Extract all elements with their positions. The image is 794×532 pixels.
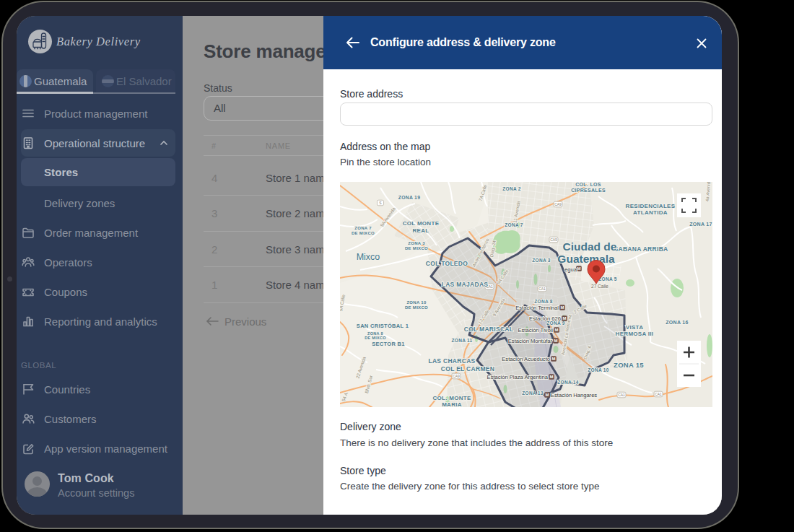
svg-text:Estación 626: Estación 626 [529,315,561,322]
svg-text:ZONA 19: ZONA 19 [398,195,421,200]
svg-text:ZONA 8: ZONA 8 [534,299,552,304]
svg-text:M: M [546,393,549,397]
svg-text:RESIDENCIALES: RESIDENCIALES [626,203,676,209]
svg-text:ZONA 16: ZONA 16 [666,320,688,325]
svg-text:Estación Montúfar: Estación Montúfar [508,338,553,344]
svg-text:SECTOR B1: SECTOR B1 [372,341,405,347]
svg-text:ZONA 10: ZONA 10 [588,367,608,372]
svg-text:ZONA 2: ZONA 2 [502,186,520,191]
svg-text:27 Calle: 27 Calle [591,284,608,289]
svg-text:COL MONTE: COL MONTE [403,220,440,227]
svg-text:VISTA: VISTA [626,324,643,331]
svg-text:ZONA 14: ZONA 14 [557,380,578,385]
svg-text:CA9: CA9 [453,374,460,378]
svg-text:ZONA 3: ZONA 3 [532,258,550,263]
svg-text:LAS CHARCAS: LAS CHARCAS [428,357,475,365]
svg-text:LAS MAJADAS: LAS MAJADAS [442,281,489,288]
svg-text:CA1: CA1 [538,287,546,291]
svg-text:CIPRESALES: CIPRESALES [571,188,606,193]
svg-text:CA1: CA1 [618,393,625,397]
svg-text:ZONA 13: ZONA 13 [522,391,543,396]
svg-text:DE MIXCO: DE MIXCO [405,305,428,310]
svg-text:egua: egua [564,266,577,273]
svg-text:M: M [550,375,554,379]
svg-text:ZONA 11: ZONA 11 [452,338,473,343]
svg-text:CA9: CA9 [550,237,557,242]
svg-text:ZONA 17: ZONA 17 [689,222,712,227]
svg-text:MARIA: MARIA [442,401,462,407]
svg-text:Estación Tivoli: Estación Tivoli [518,327,553,333]
svg-text:ZONA 10: ZONA 10 [406,300,427,305]
svg-text:DE MIXCO: DE MIXCO [352,231,375,235]
svg-text:COL. MONTE: COL. MONTE [432,395,471,401]
svg-text:COL MARISCAL: COL MARISCAL [464,326,514,333]
svg-text:SAN CRISTÓBAL 1: SAN CRISTÓBAL 1 [357,323,409,329]
svg-text:M: M [555,328,559,332]
svg-text:CA1: CA1 [655,392,662,396]
svg-text:CA9: CA9 [554,202,562,206]
svg-text:ZONA 15: ZONA 15 [614,361,644,369]
svg-text:M: M [577,266,581,271]
svg-text:Ciudad de: Ciudad de [563,240,617,253]
svg-text:DE MIXCO: DE MIXCO [405,246,428,250]
svg-text:HERMOSA III: HERMOSA III [616,331,654,337]
svg-text:ATLANTIDA: ATLANTIDA [633,209,668,216]
svg-text:Estación Terminal: Estación Terminal [515,305,559,311]
svg-text:DE MIXCO: DE MIXCO [365,336,386,340]
svg-text:M: M [554,339,558,343]
svg-text:REAL: REAL [413,227,429,234]
svg-text:ZONA 3: ZONA 3 [408,241,425,245]
svg-text:Guatemala: Guatemala [557,253,615,265]
svg-text:Mixco: Mixco [357,252,380,262]
svg-text:M: M [552,357,556,361]
svg-text:SABANA ARRIBA: SABANA ARRIBA [614,245,668,253]
svg-text:Estación Hangares: Estación Hangares [551,392,597,398]
svg-text:COL. LOS: COL. LOS [575,182,601,187]
svg-text:M: M [561,305,564,310]
svg-text:COL EL CARMEN: COL EL CARMEN [441,365,494,372]
svg-text:ZONA 7: ZONA 7 [354,226,372,230]
svg-text:Estación Acueducto: Estación Acueducto [502,356,550,362]
svg-text:M: M [563,316,567,320]
svg-text:COL TOLEDO: COL TOLEDO [426,260,468,267]
svg-text:Estación Plaza Argentina: Estación Plaza Argentina [487,374,549,380]
